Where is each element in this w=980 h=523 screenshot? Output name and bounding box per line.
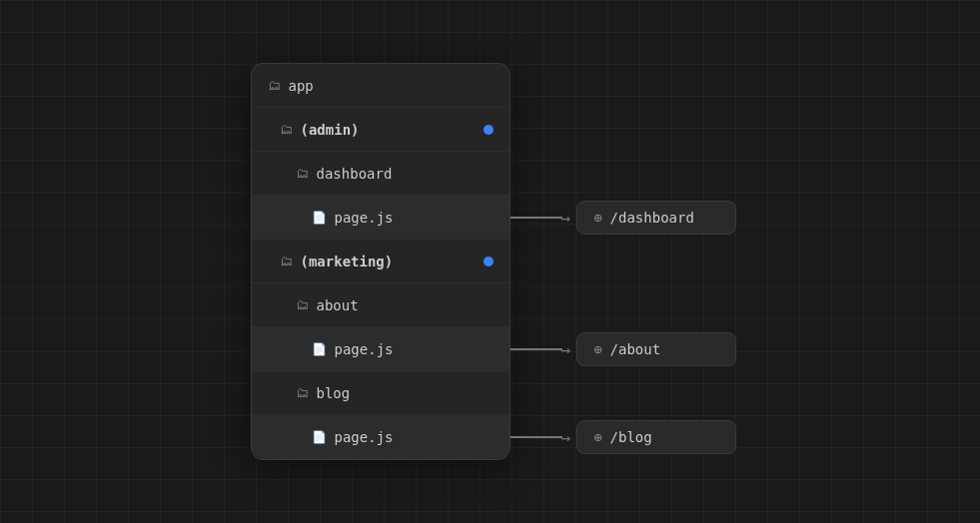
route-text-blog: /blog [610,429,652,445]
arrow-row-dashboard: → ⊕ /dashboard [510,196,730,240]
tree-row-dashboard: 🗂 dashboard [252,152,509,196]
tree-label-page-blog: page.js [335,429,493,445]
arrow-line-about: → [510,340,571,359]
globe-icon-dashboard: ⊕ [593,210,601,226]
tree-row-app: 🗂 app [252,64,509,108]
tree-label-about: about [317,297,493,313]
arrowhead-blog: → [561,428,571,447]
tree-label-page-about: page.js [335,341,493,357]
route-box-about: ⊕ /about [576,332,736,366]
folder-icon-app: 🗂 [268,78,281,93]
arrows-routes-area: → ⊕ /dashboard → ⊕ /about [510,64,730,459]
globe-icon-about: ⊕ [593,341,601,357]
tree-label-admin: (admin) [301,122,484,138]
arrow-shaft-about [510,348,562,350]
main-canvas: 🗂 app 🗂 (admin) 🗂 dashboard 📄 page.js [0,0,980,523]
globe-icon-blog: ⊕ [593,429,601,445]
diagram-layout: 🗂 app 🗂 (admin) 🗂 dashboard 📄 page.js [251,63,730,460]
route-box-dashboard: ⊕ /dashboard [576,201,736,235]
tree-label-page-admin: page.js [335,210,493,226]
tree-label-marketing: (marketing) [301,254,484,269]
route-box-blog: ⊕ /blog [576,420,736,454]
folder-icon-blog: 🗂 [296,385,309,400]
tree-row-about: 🗂 about [252,283,509,327]
file-icon-page-admin: 📄 [312,211,327,225]
folder-icon-dashboard: 🗂 [296,166,309,181]
folder-icon-marketing: 🗂 [280,254,293,268]
arrowhead-about: → [561,340,571,359]
tree-label-dashboard: dashboard [317,166,493,182]
tree-label-blog: blog [317,385,493,401]
tree-row-admin: 🗂 (admin) [252,108,509,152]
arrow-row-blog: → ⊕ /blog [510,415,730,459]
file-icon-page-about: 📄 [312,342,327,356]
file-tree-panel: 🗂 app 🗂 (admin) 🗂 dashboard 📄 page.js [251,63,510,460]
tree-row-page-about: 📄 page.js [252,327,509,371]
folder-icon-admin: 🗂 [280,122,293,137]
route-text-dashboard: /dashboard [610,210,694,226]
tree-row-page-admin: 📄 page.js [252,196,509,240]
tree-row-page-blog: 📄 page.js [252,415,509,459]
blue-dot-marketing [484,257,493,266]
arrow-shaft-dashboard [510,217,562,219]
arrow-shaft-blog [510,436,562,438]
arrow-row-about: → ⊕ /about [510,327,730,371]
tree-row-blog: 🗂 blog [252,371,509,415]
arrow-line-blog: → [510,428,571,447]
folder-icon-about: 🗂 [296,297,309,312]
file-icon-page-blog: 📄 [312,430,327,444]
arrow-line-dashboard: → [510,209,571,228]
arrowhead-dashboard: → [561,209,571,228]
tree-label-app: app [289,78,493,94]
route-text-about: /about [610,341,661,357]
blue-dot-admin [484,125,493,135]
tree-row-marketing: 🗂 (marketing) [252,240,509,283]
